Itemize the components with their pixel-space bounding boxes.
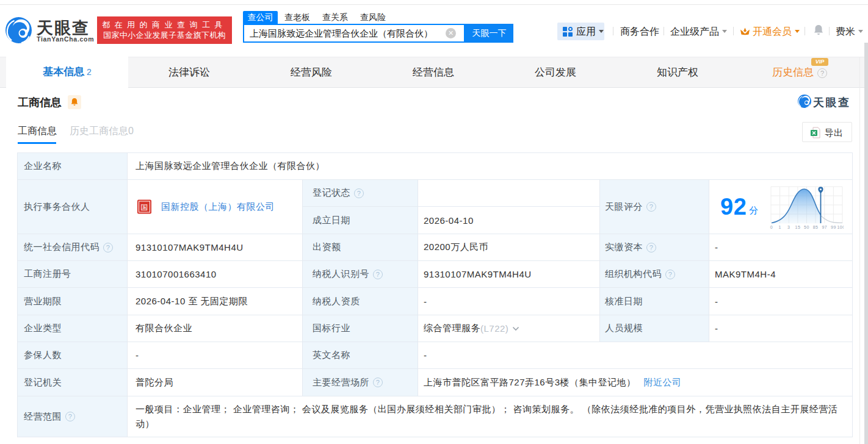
svg-text:3: 3 [787,225,790,229]
svg-text:99: 99 [831,225,836,229]
svg-text:15: 15 [795,225,801,229]
svg-text:0: 0 [770,225,773,229]
svg-text:97: 97 [822,225,827,229]
svg-text:国: 国 [140,203,148,212]
svg-text:85: 85 [813,225,819,229]
svg-text:50: 50 [804,225,809,229]
svg-text:100: 100 [837,225,844,229]
svg-text:1: 1 [778,225,781,229]
